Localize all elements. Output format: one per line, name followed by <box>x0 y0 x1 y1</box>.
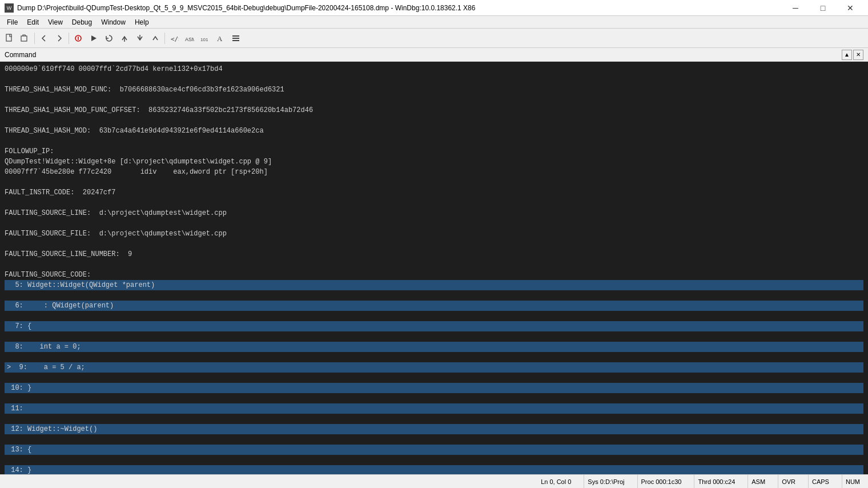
svg-text:ASM: ASM <box>185 37 194 42</box>
toolbar-break[interactable] <box>71 31 86 46</box>
code-line-10: 10: } <box>5 383 863 393</box>
toolbar-fwd[interactable] <box>52 31 67 46</box>
command-close-button[interactable]: ✕ <box>853 50 863 60</box>
svg-rect-11 <box>232 35 239 37</box>
toolbar-font[interactable]: A <box>213 31 228 46</box>
menu-view[interactable]: View <box>43 17 67 27</box>
content-pre: 000000e9`610ff740 00007ffd`2cd77bd4 kern… <box>5 64 863 474</box>
toolbar-source[interactable]: </> <box>167 31 182 46</box>
status-bar: Ln 0, Col 0 Sys 0:D:\Proj Proc 000:1c30 … <box>0 474 868 488</box>
toolbar-run[interactable] <box>86 31 101 46</box>
close-button[interactable]: ✕ <box>837 0 863 16</box>
toolbar-sep-1 <box>34 33 35 44</box>
svg-rect-13 <box>232 40 239 41</box>
svg-rect-0 <box>6 34 11 41</box>
code-line-7: 7: { <box>5 321 863 331</box>
menu-bar: File Edit View Debug Window Help <box>0 16 868 29</box>
toolbar-stepout[interactable] <box>148 31 163 46</box>
app-icon: W <box>5 3 14 13</box>
code-line-8: 8: int a = 0; <box>5 342 863 352</box>
code-line-13: 13: { <box>5 445 863 455</box>
command-label: Command <box>5 51 36 59</box>
toolbar-sep-3 <box>164 33 165 44</box>
line-top: 000000e9`610ff740 00007ffd`2cd77bd4 kern… <box>5 65 313 279</box>
title-bar-text: Dump D:\Project\build-QDumpTest-Desktop_… <box>17 4 475 12</box>
status-thrd: Thrd 000:c24 <box>694 475 738 488</box>
title-bar-left: W Dump D:\Project\build-QDumpTest-Deskto… <box>5 3 475 13</box>
menu-window[interactable]: Window <box>97 17 130 27</box>
status-sys: Sys 0:D:\Proj <box>584 475 628 488</box>
command-bar-buttons: ▲ ✕ <box>842 50 863 60</box>
code-line-6: 6: : QWidget(parent) <box>5 301 863 311</box>
menu-debug[interactable]: Debug <box>67 17 97 27</box>
toolbar-restart[interactable] <box>102 31 116 46</box>
toolbar-asm[interactable]: ASM <box>182 31 197 46</box>
toolbar-stepinto[interactable] <box>132 31 147 46</box>
title-bar: W Dump D:\Project\build-QDumpTest-Deskto… <box>0 0 868 16</box>
svg-text:101: 101 <box>200 37 208 42</box>
command-expand-button[interactable]: ▲ <box>842 50 852 60</box>
command-bar: Command ▲ ✕ <box>0 48 868 62</box>
toolbar: </> ASM 101 A <box>0 29 868 48</box>
svg-text:A: A <box>217 34 223 43</box>
toolbar-back[interactable] <box>37 31 51 46</box>
code-line-5: 5: Widget::Widget(QWidget *parent) <box>5 280 863 290</box>
toolbar-open[interactable] <box>18 31 33 46</box>
svg-text:</>: </> <box>171 35 179 43</box>
status-num: NUM <box>842 475 863 488</box>
menu-help[interactable]: Help <box>130 17 154 27</box>
toolbar-sep-2 <box>69 33 69 44</box>
toolbar-stepover[interactable] <box>117 31 132 46</box>
minimize-button[interactable]: ─ <box>782 0 809 16</box>
svg-marker-4 <box>91 35 97 41</box>
code-line-12: 12: Widget::~Widget() <box>5 424 863 434</box>
code-line-11: 11: <box>5 403 863 414</box>
code-line-14: 14: } <box>5 465 863 474</box>
main-content[interactable]: 000000e9`610ff740 00007ffd`2cd77bd4 kern… <box>0 62 868 474</box>
status-proc: Proc 000:1c30 <box>637 475 685 488</box>
svg-rect-1 <box>21 36 27 41</box>
toolbar-mixed[interactable]: 101 <box>198 31 212 46</box>
status-caps: CAPS <box>808 475 833 488</box>
menu-edit[interactable]: Edit <box>22 17 43 27</box>
status-ln: Ln 0, Col 0 <box>537 475 574 488</box>
status-asm: ASM <box>748 475 769 488</box>
menu-file[interactable]: File <box>2 17 22 27</box>
svg-rect-12 <box>232 38 239 39</box>
code-line-9: > 9: a = 5 / a; <box>5 362 863 373</box>
maximize-button[interactable]: □ <box>810 0 836 16</box>
toolbar-new[interactable] <box>2 31 17 46</box>
status-ovr: OVR <box>778 475 799 488</box>
toolbar-options[interactable] <box>228 31 243 46</box>
title-bar-controls: ─ □ ✕ <box>782 0 863 16</box>
